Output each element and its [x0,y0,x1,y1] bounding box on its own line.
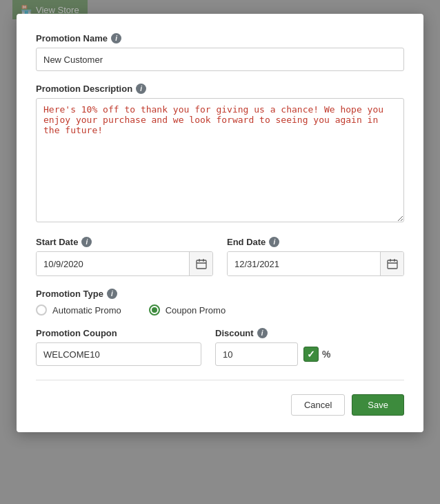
divider [36,380,404,380]
start-date-group: Start Date i [36,237,213,276]
end-date-input[interactable] [228,252,380,275]
discount-input[interactable] [215,342,298,366]
promotion-name-info-icon[interactable]: i [111,33,121,43]
page-wrapper: 🏪 View Store Promotion Name i Promotion … [0,0,440,504]
promotion-type-label: Promotion Type i [36,289,404,299]
coupon-promo-radio[interactable] [149,304,160,316]
promotion-description-group: Promotion Description i Here's 10% off t… [36,84,404,224]
end-date-label: End Date i [227,237,404,247]
date-row: Start Date i [36,237,404,276]
discount-group: Discount i % [215,328,404,366]
footer-row: Cancel Save [36,391,404,416]
start-date-input-wrap [36,251,213,276]
coupon-promo-option[interactable]: Coupon Promo [149,304,226,316]
promotion-name-label: Promotion Name i [36,33,404,43]
promotion-type-group: Promotion Type i Automatic Promo Coupon … [36,289,404,316]
automatic-promo-label: Automatic Promo [52,305,121,316]
save-button[interactable]: Save [352,394,404,416]
end-date-group: End Date i [227,237,404,276]
automatic-promo-radio[interactable] [36,304,47,316]
promotion-description-textarea[interactable]: Here's 10% off to thank you for giving u… [36,98,404,222]
end-date-calendar-button[interactable] [380,252,403,275]
discount-label: Discount i [215,328,404,338]
promotion-description-label: Promotion Description i [36,84,404,94]
svg-rect-4 [388,260,397,269]
end-date-input-wrap [227,251,404,276]
coupon-group: Promotion Coupon [36,328,201,366]
coupon-input[interactable] [36,342,201,366]
promotion-name-input[interactable] [36,48,404,71]
cancel-button[interactable]: Cancel [291,394,345,416]
coupon-discount-row: Promotion Coupon Discount i % [36,328,404,366]
promotion-description-info-icon[interactable]: i [136,84,146,94]
promotion-type-info-icon[interactable]: i [107,289,117,299]
modal-overlay: Promotion Name i Promotion Description i… [0,0,440,504]
start-date-calendar-button[interactable] [189,252,212,275]
coupon-label: Promotion Coupon [36,328,201,338]
percent-label: % [322,349,330,360]
start-date-label: Start Date i [36,237,213,247]
promotion-type-radio-row: Automatic Promo Coupon Promo [36,304,404,316]
start-date-info-icon[interactable]: i [81,237,92,247]
discount-input-wrap: % [215,342,404,366]
svg-rect-0 [197,260,206,269]
start-date-input[interactable] [37,252,189,275]
calendar-icon [196,258,207,269]
modal: Promotion Name i Promotion Description i… [17,14,423,432]
discount-info-icon[interactable]: i [257,328,268,338]
end-date-info-icon[interactable]: i [269,237,279,247]
automatic-promo-option[interactable]: Automatic Promo [36,304,121,316]
calendar-icon [387,258,398,269]
coupon-promo-label: Coupon Promo [166,305,226,316]
percent-checkbox[interactable] [303,347,319,362]
promotion-name-group: Promotion Name i [36,33,404,71]
percent-checkbox-wrap: % [303,347,330,362]
